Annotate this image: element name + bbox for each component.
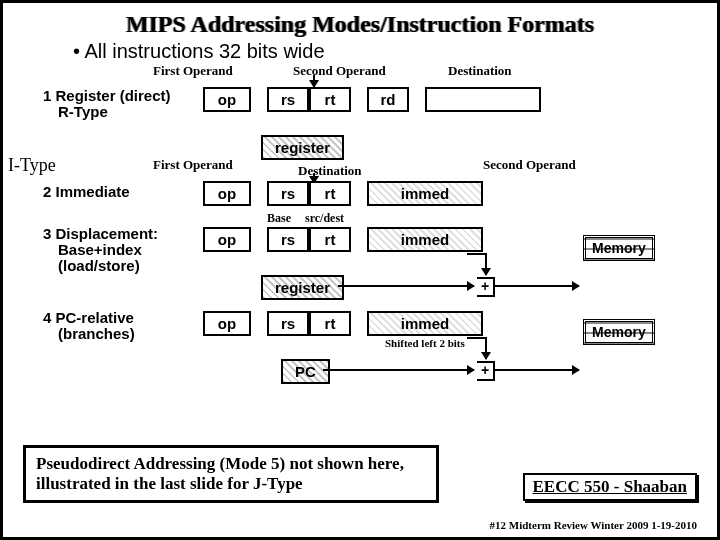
adder-3: + bbox=[477, 277, 495, 297]
field-immed: immed bbox=[367, 227, 483, 252]
footer-note: Pseudodirect Addressing (Mode 5) not sho… bbox=[23, 445, 439, 503]
format-displacement: op rs rt immed bbox=[203, 227, 483, 252]
field-rs: rs bbox=[267, 311, 309, 336]
field-rs: rs bbox=[267, 181, 309, 206]
field-rt: rt bbox=[309, 227, 351, 252]
label-first-operand-2: First Operand bbox=[153, 157, 233, 173]
label-second-operand-2: Second Operand bbox=[483, 157, 576, 173]
field-op: op bbox=[203, 87, 251, 112]
mode-1-rtype: R-Type bbox=[58, 103, 108, 120]
memory-box-1: Memory bbox=[583, 235, 655, 261]
field-rt: rt bbox=[309, 311, 351, 336]
memory-box-2: Memory bbox=[583, 319, 655, 345]
field-rs: rs bbox=[267, 227, 309, 252]
field-op: op bbox=[203, 181, 251, 206]
label-srcdest: src/dest bbox=[305, 211, 344, 226]
label-second-operand: Second Operand bbox=[293, 63, 386, 79]
field-rt: rt bbox=[309, 87, 351, 112]
register-box-1: register bbox=[261, 135, 344, 160]
field-rd: rd bbox=[367, 87, 409, 112]
diagram-area: First Operand Second Operand Destination… bbox=[3, 63, 717, 69]
field-immed: immed bbox=[367, 181, 483, 206]
mode-3-loadstore: (load/store) bbox=[58, 257, 140, 274]
adder-4: + bbox=[477, 361, 495, 381]
mode-2-immediate: 2 Immediate bbox=[43, 183, 130, 200]
label-base: Base bbox=[267, 211, 291, 226]
format-pcrelative: op rs rt immed bbox=[203, 311, 483, 336]
mode-1-register-direct: 1 Register (direct) bbox=[43, 87, 171, 104]
mode-4-branches: (branches) bbox=[58, 325, 135, 342]
label-first-operand: First Operand bbox=[153, 63, 233, 79]
field-op: op bbox=[203, 227, 251, 252]
footer-page: #12 Midterm Review Winter 2009 1-19-2010 bbox=[490, 519, 697, 531]
label-shifted: Shifted left 2 bits bbox=[385, 337, 465, 349]
slide: MIPS Addressing Modes/Instruction Format… bbox=[0, 0, 720, 540]
title: MIPS Addressing Modes/Instruction Format… bbox=[3, 3, 717, 40]
field-op: op bbox=[203, 311, 251, 336]
format-rtype: op rs rt rd bbox=[203, 87, 541, 112]
register-box-3: register bbox=[261, 275, 344, 300]
label-itype: I-Type bbox=[8, 155, 56, 176]
label-destination: Destination bbox=[448, 63, 512, 79]
field-rt: rt bbox=[309, 181, 351, 206]
mode-4-pcrelative: 4 PC-relative bbox=[43, 309, 134, 326]
label-destination-2: Destination bbox=[298, 163, 362, 179]
mode-3-displacement: 3 Displacement: bbox=[43, 225, 158, 242]
format-immediate: op rs rt immed bbox=[203, 181, 483, 206]
field-rs: rs bbox=[267, 87, 309, 112]
mode-3-base-index: Base+index bbox=[58, 241, 142, 258]
subtitle: • All instructions 32 bits wide bbox=[3, 40, 717, 63]
pc-box: PC bbox=[281, 359, 330, 384]
field-immed: immed bbox=[367, 311, 483, 336]
course-label: EECC 550 - Shaaban bbox=[523, 473, 697, 501]
